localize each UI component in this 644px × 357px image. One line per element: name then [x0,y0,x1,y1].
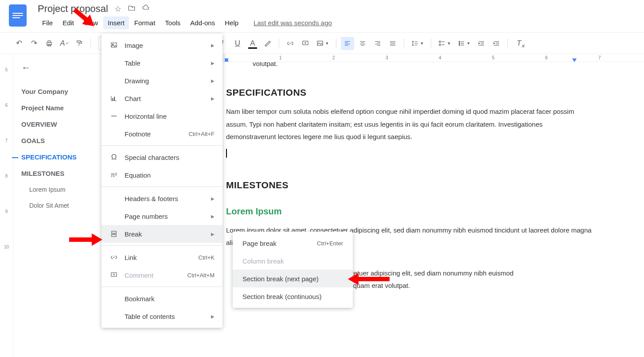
break-submenu-column-break: Column break [233,252,353,270]
submenu-arrow-icon: ▶ [211,78,215,83]
docs-logo-icon[interactable] [9,4,27,27]
insert-menu-page-numbers[interactable]: Page numbers▶ [101,207,222,225]
break-submenu-section-break-continuous-[interactable]: Section break (continuous) [233,287,353,305]
svg-rect-7 [439,44,441,45]
insert-menu-bookmark[interactable]: Bookmark [101,290,222,307]
toolbar: ↶ ↷ A✓ Proxima N... ▼ − 11 + B I U A ▼ ▼… [0,33,644,54]
insert-menu-headers-footers[interactable]: Headers & footers▶ [101,190,222,207]
pi-icon: π² [109,171,118,178]
submenu-arrow-icon: ▶ [211,43,215,48]
paint-format-button[interactable] [73,37,86,50]
vertical-ruler: 5678910 [0,54,13,357]
svg-point-10 [459,44,460,45]
menu-help[interactable]: Help [220,16,243,29]
submenu-arrow-icon: ▶ [211,314,215,319]
clear-formatting-button[interactable]: T✕ [512,37,526,50]
move-icon[interactable] [128,4,136,14]
svg-rect-14 [114,97,115,101]
insert-menu-link[interactable]: LinkCtrl+K [101,248,222,266]
line-spacing-button[interactable]: ▼ [409,37,426,50]
insert-image-button[interactable]: ▼ [314,37,332,50]
undo-button[interactable]: ↶ [12,37,26,50]
header: Project proposal ☆ FileEditViewInsertFor… [0,0,644,33]
insert-menu-footnote[interactable]: FootnoteCtrl+Alt+F [101,125,222,143]
submenu-arrow-icon: ▶ [211,96,215,101]
cloud-status-icon[interactable] [142,4,150,14]
outline-item[interactable]: Project Name [21,100,98,116]
star-icon[interactable]: ☆ [114,4,121,14]
insert-menu-table-of-contents[interactable]: Table of contents▶ [101,307,222,325]
outline-item[interactable]: Lorem Ipsum [21,182,98,198]
heading-specifications: SPECIFICATIONS [226,84,594,101]
submenu-arrow-icon: ▶ [211,61,215,66]
subheading-lorem: Lorem Ipsum [226,203,594,220]
link-icon [109,253,118,261]
menu-add-ons[interactable]: Add-ons [186,16,219,29]
insert-menu-table[interactable]: Table▶ [101,54,222,72]
spellcheck-button[interactable]: A✓ [58,37,71,50]
menu-format[interactable]: Format [130,16,160,29]
image-icon [109,41,118,49]
insert-menu-comment: CommentCtrl+Alt+M [101,266,222,284]
omega-icon: Ω [109,153,118,162]
break-submenu: Page breakCtrl+EnterColumn breakSection … [233,232,353,308]
redo-button[interactable]: ↷ [27,37,41,50]
align-justify-button[interactable] [386,37,399,50]
svg-rect-6 [439,41,441,42]
align-left-button[interactable] [341,37,354,50]
outline-item[interactable]: OVERVIEW [21,116,98,132]
increase-indent-button[interactable] [490,37,503,50]
submenu-arrow-icon: ▶ [211,196,215,201]
svg-point-8 [459,41,460,42]
insert-menu-dropdown: Image▶Table▶Drawing▶Chart▶Horizontal lin… [101,34,222,328]
print-button[interactable] [43,37,56,50]
checklist-button[interactable]: ▼ [436,37,453,50]
insert-menu-equation[interactable]: π²Equation [101,166,222,184]
outline-back-button[interactable]: ← [21,62,98,74]
document-outline: ← Your CompanyProject NameOVERVIEWGOALSS… [13,54,102,357]
submenu-arrow-icon: ▶ [211,214,215,219]
text-color-button[interactable]: A [246,37,259,50]
break-submenu-section-break-next-page-[interactable]: Section break (next page) [233,270,353,287]
align-center-button[interactable] [356,37,369,50]
insert-menu-break[interactable]: Break▶ [101,225,222,243]
outline-item[interactable]: SPECIFICATIONS [21,149,98,165]
align-right-button[interactable] [371,37,384,50]
bulleted-list-button[interactable]: ▼ [455,37,473,50]
highlight-color-button[interactable] [261,37,274,50]
body-text: volutpat. [226,62,594,70]
comment-icon [109,271,118,279]
insert-menu-horizontal-line[interactable]: Horizontal line [101,107,222,125]
svg-rect-15 [112,231,117,233]
menu-file[interactable]: File [38,16,57,29]
chart-icon [109,94,118,102]
svg-point-9 [459,43,460,43]
insert-menu-special-characters[interactable]: ΩSpecial characters [101,148,222,166]
svg-rect-1 [48,41,51,43]
menu-edit[interactable]: Edit [58,16,78,29]
insert-link-button[interactable] [284,37,297,50]
break-submenu-page-break[interactable]: Page breakCtrl+Enter [233,234,353,252]
svg-rect-3 [77,41,81,43]
insert-menu-drawing[interactable]: Drawing▶ [101,72,222,89]
add-comment-button[interactable] [299,37,312,50]
outline-item[interactable]: MILESTONES [21,165,98,182]
menu-tools[interactable]: Tools [160,16,185,29]
decrease-indent-button[interactable] [475,37,488,50]
body-text: Nam liber tempor cum soluta nobis eleife… [226,105,594,144]
outline-item[interactable]: GOALS [21,132,98,149]
insert-menu-chart[interactable]: Chart▶ [101,89,222,107]
underline-button[interactable]: U [231,37,244,50]
outline-item[interactable]: Your Company [21,83,98,100]
heading-milestones: MILESTONES [226,176,594,194]
svg-rect-13 [112,98,113,101]
insert-menu-image[interactable]: Image▶ [101,36,222,54]
outline-item[interactable]: Dolor Sit Amet [21,198,98,213]
menu-insert[interactable]: Insert [103,16,129,29]
submenu-arrow-icon: ▶ [211,232,215,237]
last-edit-link[interactable]: Last edit was seconds ago [254,19,332,27]
break-icon [109,230,118,238]
svg-rect-11 [111,43,117,47]
svg-rect-16 [112,235,117,237]
document-title[interactable]: Project proposal [38,3,108,15]
